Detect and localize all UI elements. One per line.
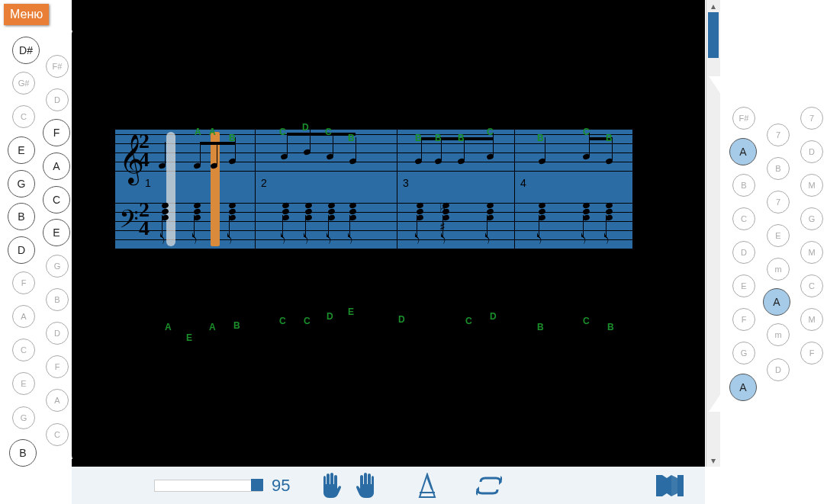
note-label: D: [398, 314, 405, 325]
right-button-g[interactable]: G: [732, 342, 755, 364]
right-button-d[interactable]: D: [732, 241, 755, 264]
time-sig-treble-bot: 4: [139, 151, 150, 168]
left-button-e[interactable]: E: [43, 219, 70, 246]
note-label: E: [186, 332, 192, 343]
stem: [217, 142, 217, 165]
left-button-g[interactable]: G: [46, 255, 69, 278]
scroll-down-arrow[interactable]: ▾: [706, 454, 720, 467]
scroll-up-arrow[interactable]: ▴: [706, 0, 720, 12]
flat-accidental: ♭: [439, 200, 446, 217]
left-button-c[interactable]: C: [46, 423, 69, 446]
left-button-gs[interactable]: G#: [12, 72, 35, 95]
left-button-b[interactable]: B: [46, 288, 69, 311]
right-button-m[interactable]: m: [767, 323, 790, 346]
right-button-m[interactable]: M: [800, 241, 823, 264]
right-button-c[interactable]: C: [800, 274, 823, 297]
stem: [305, 215, 306, 238]
right-button-g[interactable]: G: [800, 207, 823, 230]
svg-rect-8: [656, 475, 662, 496]
left-button-a[interactable]: A: [43, 152, 70, 180]
left-button-fs[interactable]: F#: [46, 55, 69, 78]
right-button-7[interactable]: 7: [767, 191, 790, 213]
menu-button[interactable]: Меню: [4, 4, 49, 25]
note-label: C: [465, 316, 472, 326]
right-button-f[interactable]: F: [800, 342, 823, 364]
right-button-e[interactable]: E: [767, 224, 790, 247]
note-label: B: [415, 133, 422, 143]
note-label: E: [348, 307, 354, 317]
left-button-c[interactable]: C: [43, 186, 70, 213]
left-button-f[interactable]: F: [12, 271, 35, 294]
left-button-g[interactable]: G: [8, 170, 35, 197]
note-label: B: [229, 133, 236, 143]
stem: [165, 142, 166, 165]
right-button-fs[interactable]: F#: [732, 107, 755, 130]
stem: [287, 133, 288, 156]
note-label: B: [435, 133, 442, 143]
right-button-d[interactable]: D: [767, 358, 790, 381]
right-button-7[interactable]: 7: [800, 107, 823, 130]
stem: [487, 215, 488, 238]
right-button-m[interactable]: M: [800, 308, 823, 331]
scroll-thumb[interactable]: [708, 12, 719, 58]
right-button-m[interactable]: m: [767, 258, 790, 281]
left-hand-icon[interactable]: [319, 473, 342, 499]
right-button-d[interactable]: D: [800, 140, 823, 163]
lower-note-names: AEABCCDEDCDBCB: [114, 308, 633, 346]
note-label: D: [302, 122, 309, 133]
left-button-g[interactable]: G: [12, 406, 35, 429]
barline: [255, 130, 256, 249]
tempo-slider[interactable]: [154, 480, 262, 492]
stem: [194, 215, 195, 238]
left-button-d[interactable]: D: [46, 322, 69, 345]
measure-number: 3: [403, 177, 409, 189]
svg-marker-10: [662, 475, 667, 496]
note-label: C: [279, 127, 286, 137]
left-button-e[interactable]: E: [8, 136, 35, 164]
note-label: B: [348, 133, 355, 143]
left-button-b[interactable]: B: [8, 203, 35, 230]
left-button-c[interactable]: C: [12, 105, 35, 128]
note-label: B: [233, 320, 240, 331]
left-button-d[interactable]: D: [46, 88, 69, 111]
left-button-d[interactable]: D: [8, 236, 35, 264]
right-button-f[interactable]: F: [732, 308, 755, 331]
app-root: Меню ▴ ▾ D#F#G#DCFEAGCBEDGFBADCFEAGCB F#…: [0, 0, 827, 504]
bellows-icon[interactable]: [656, 474, 684, 498]
measure-number: 2: [261, 177, 267, 189]
left-button-e[interactable]: E: [12, 372, 35, 395]
note-label: D: [490, 311, 497, 322]
left-button-f[interactable]: F: [43, 119, 70, 146]
svg-marker-12: [671, 475, 677, 496]
left-button-b[interactable]: B: [9, 439, 37, 467]
loop-icon[interactable]: [476, 476, 502, 496]
metronome-icon[interactable]: [417, 473, 438, 499]
right-button-b[interactable]: B: [732, 174, 755, 197]
right-button-a[interactable]: A: [729, 374, 757, 401]
right-button-b[interactable]: B: [767, 157, 790, 180]
right-button-c[interactable]: C: [732, 207, 755, 230]
right-button-m[interactable]: M: [800, 174, 823, 197]
stem: [328, 215, 329, 238]
note-label: B: [537, 322, 544, 332]
right-button-a[interactable]: A: [729, 138, 757, 165]
barline: [514, 130, 515, 249]
left-button-ds[interactable]: D#: [12, 37, 40, 64]
right-hand-icon[interactable]: [356, 473, 378, 499]
right-button-e[interactable]: E: [732, 274, 755, 297]
note-label: B: [606, 133, 613, 143]
right-button-a[interactable]: A: [763, 288, 790, 316]
left-button-a[interactable]: A: [46, 389, 69, 412]
stem: [583, 215, 584, 238]
note-label: C: [487, 127, 494, 137]
left-button-c[interactable]: C: [12, 339, 35, 361]
note-label: A: [165, 322, 172, 332]
playhead-grey[interactable]: [166, 132, 175, 246]
tempo-slider-handle[interactable]: [251, 479, 263, 491]
note-label: C: [583, 316, 590, 326]
measure-number: 1: [145, 177, 151, 189]
right-button-7[interactable]: 7: [767, 124, 790, 146]
playhead-orange[interactable]: [211, 132, 220, 246]
left-button-f[interactable]: F: [46, 355, 69, 378]
left-button-a[interactable]: A: [12, 305, 35, 328]
